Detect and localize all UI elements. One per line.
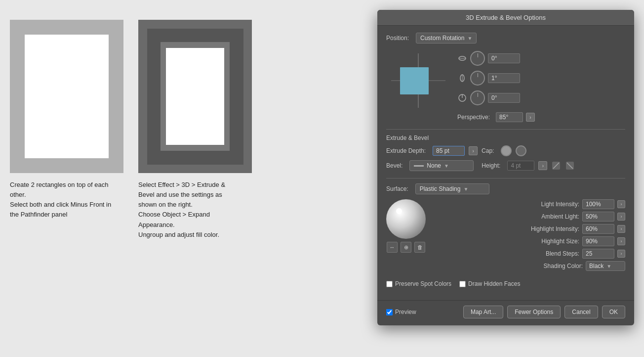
position-value: Custom Rotation — [420, 35, 464, 42]
rotation-x-icon — [457, 53, 467, 63]
preview-checkbox-input[interactable] — [386, 309, 393, 315]
sphere-btn-add[interactable]: ↔ — [387, 242, 398, 253]
caption-2: Select Effect > 3D > Extrude & Bevel and… — [138, 180, 225, 240]
highlight-intensity-row: Highlight Intensity: › — [433, 224, 625, 234]
frame-3d-inner — [161, 42, 230, 151]
sphere-btn-delete[interactable]: 🗑 — [414, 242, 425, 253]
preview-block-1: Create 2 rectangles on top of each other… — [10, 20, 123, 220]
preview-checkbox[interactable]: Preview — [386, 309, 416, 315]
ambient-light-label: Ambient Light: — [525, 213, 579, 220]
highlight-intensity-label: Highlight Intensity: — [525, 225, 579, 232]
bevel-line-icon — [414, 165, 424, 167]
extrude-depth-row: Extrude Depth: › Cap: — [386, 145, 625, 156]
rotation-row-y — [457, 71, 535, 86]
rotation-x-input[interactable] — [488, 53, 520, 63]
bevel-dropdown[interactable]: None ▼ — [409, 160, 474, 171]
preserve-spot-label: Preserve Spot Colors — [395, 280, 451, 287]
highlight-size-input[interactable] — [582, 236, 614, 246]
blend-steps-row: Blend Steps: › — [433, 249, 625, 259]
cap-icon-off[interactable] — [516, 145, 526, 156]
fewer-options-button[interactable]: Fewer Options — [507, 306, 561, 318]
draw-hidden-checkbox[interactable]: Draw Hidden Faces — [459, 280, 520, 287]
light-intensity-input[interactable] — [582, 199, 614, 209]
rotation-z-input[interactable] — [488, 93, 520, 103]
shading-color-label: Shading Color: — [528, 263, 583, 269]
sphere-highlight — [396, 208, 402, 214]
surface-dropdown[interactable]: Plastic Shading ▼ — [415, 183, 489, 194]
preserve-spot-input[interactable] — [386, 281, 393, 287]
ambient-light-chevron[interactable]: › — [617, 213, 625, 221]
blend-steps-input[interactable] — [582, 249, 614, 259]
rotation-row-x — [457, 51, 535, 66]
surface-section: Surface: Plastic Shading ▼ ↔ ⊕ — [386, 183, 625, 273]
surface-dropdown-arrow: ▼ — [463, 186, 468, 192]
lighting-area: ↔ ⊕ 🗑 Light Intensity: › Amb — [386, 199, 625, 273]
caption-1: Create 2 rectangles on top of each other… — [10, 180, 119, 220]
rotation-y-input[interactable] — [488, 73, 520, 83]
rotation-y-icon — [457, 73, 467, 83]
extrude-bevel-section: Extrude & Bevel Extrude Depth: › Cap: Be… — [386, 134, 625, 171]
map-art-button[interactable]: Map Art... — [463, 306, 503, 318]
highlight-intensity-input[interactable] — [582, 224, 614, 234]
bevel-icon-2 — [565, 161, 575, 171]
rotation-x-dial[interactable] — [470, 51, 485, 66]
perspective-chevron[interactable]: › — [526, 113, 535, 122]
rotation-z-icon — [457, 93, 467, 103]
dialog-footer: Preview Map Art... Fewer Options Cancel … — [377, 300, 634, 325]
position-area: Perspective: › — [386, 48, 625, 122]
shading-color-dropdown[interactable]: Black ▼ — [586, 261, 625, 271]
svg-rect-2 — [400, 67, 429, 94]
surface-label: Surface: — [386, 185, 408, 192]
surface-row: Surface: Plastic Shading ▼ — [386, 183, 625, 194]
blend-steps-chevron[interactable]: › — [617, 250, 625, 258]
frame-preview-2 — [138, 20, 252, 173]
height-chevron[interactable]: › — [538, 161, 547, 170]
highlight-intensity-chevron[interactable]: › — [617, 225, 625, 233]
sphere-controls: ↔ ⊕ 🗑 — [387, 242, 425, 253]
preview-label: Preview — [395, 309, 416, 315]
bevel-row: Bevel: None ▼ Height: › — [386, 160, 625, 171]
position-dropdown[interactable]: Custom Rotation ▼ — [416, 33, 477, 44]
draw-hidden-label: Draw Hidden Faces — [468, 280, 520, 287]
rotation-controls: Perspective: › — [457, 48, 535, 122]
extrude-depth-chevron[interactable]: › — [469, 146, 478, 155]
highlight-size-chevron[interactable]: › — [617, 237, 625, 245]
properties-table: Light Intensity: › Ambient Light: › High… — [433, 199, 625, 273]
ambient-light-row: Ambient Light: › — [433, 212, 625, 222]
shading-color-row: Shading Color: Black ▼ — [433, 261, 625, 271]
cube-preview — [386, 48, 450, 113]
ambient-light-input[interactable] — [582, 212, 614, 222]
rotation-y-dial[interactable] — [470, 71, 485, 86]
height-input[interactable] — [507, 161, 534, 171]
perspective-input[interactable] — [496, 112, 523, 122]
cube-svg — [386, 48, 450, 113]
preview-block-2: Select Effect > 3D > Extrude & Bevel and… — [138, 20, 252, 240]
light-intensity-row: Light Intensity: › — [433, 199, 625, 209]
ok-button[interactable]: OK — [602, 306, 625, 318]
perspective-label: Perspective: — [457, 114, 490, 121]
shading-dropdown-arrow: ▼ — [606, 264, 611, 269]
light-intensity-chevron[interactable]: › — [617, 200, 625, 208]
preserve-spot-checkbox[interactable]: Preserve Spot Colors — [386, 280, 451, 287]
cancel-button[interactable]: Cancel — [564, 306, 598, 318]
highlight-size-label: Highlight Size: — [525, 238, 579, 245]
draw-hidden-input[interactable] — [459, 281, 466, 287]
frame-3d-white — [166, 48, 224, 145]
frame-3d-outer — [147, 29, 243, 165]
cap-icon-on[interactable] — [501, 145, 512, 156]
frame-preview-1 — [10, 20, 123, 173]
rotation-row-z — [457, 90, 535, 105]
shading-color-value: Black — [589, 263, 604, 269]
blend-steps-label: Blend Steps: — [525, 250, 579, 257]
height-label: Height: — [482, 162, 500, 169]
surface-value: Plastic Shading — [420, 185, 461, 192]
extrude-bevel-title: Extrude & Bevel — [386, 134, 625, 141]
rotation-z-dial[interactable] — [470, 90, 485, 105]
position-section: Position: Custom Rotation ▼ — [386, 33, 625, 122]
sphere-btn-copy[interactable]: ⊕ — [401, 242, 411, 253]
position-label: Position: — [386, 35, 409, 42]
bevel-value: None — [427, 162, 441, 169]
bevel-dropdown-arrow: ▼ — [444, 163, 449, 169]
checkboxes-row: Preserve Spot Colors Draw Hidden Faces — [386, 280, 625, 287]
extrude-depth-input[interactable] — [433, 146, 465, 156]
